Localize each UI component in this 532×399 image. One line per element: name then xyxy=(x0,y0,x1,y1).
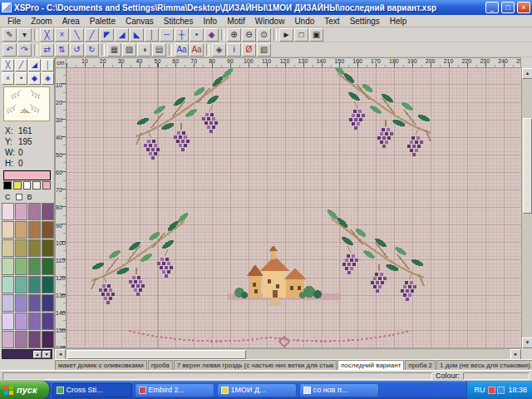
palette-scroll-down-button[interactable]: ▼ xyxy=(42,351,51,358)
quick-color-swatch[interactable] xyxy=(23,181,32,190)
pattern-tab[interactable]: проба 2 xyxy=(405,360,436,370)
quarter-stitch-br-tool[interactable]: ◢ xyxy=(115,28,129,42)
clock[interactable]: 18:38 xyxy=(508,386,527,394)
palette-color-swatch[interactable] xyxy=(15,258,27,275)
palette-color-swatch[interactable] xyxy=(28,276,41,293)
quick-color-swatch[interactable] xyxy=(13,181,22,190)
palette-color-swatch[interactable] xyxy=(15,313,27,330)
palette-view-tool[interactable]: ▤ xyxy=(152,43,166,57)
menu-info[interactable]: Info xyxy=(199,16,221,27)
full-stitch-tool[interactable]: ╳ xyxy=(40,28,54,42)
palette-color-swatch[interactable] xyxy=(15,294,27,312)
backstitch-vertical-tool[interactable]: │ xyxy=(145,28,159,42)
french-knot-side-tool[interactable]: • xyxy=(15,72,27,85)
palette-color-swatch[interactable] xyxy=(42,258,54,275)
scroll-down-button[interactable]: ▼ xyxy=(522,337,532,348)
cross-stitch-full-tool[interactable]: ╳ xyxy=(2,59,14,71)
special-stitch-tool[interactable]: ◈ xyxy=(42,72,54,85)
palette-color-swatch[interactable] xyxy=(2,294,14,312)
zoom-in-tool[interactable]: ⊕ xyxy=(227,28,241,42)
taskbar-task[interactable]: 1МОИ Д... xyxy=(217,383,297,397)
no-draw-tool[interactable]: Ø xyxy=(242,43,256,57)
taskbar-task[interactable]: Embird 2... xyxy=(135,383,214,397)
blend-checkbox[interactable] xyxy=(16,194,22,200)
menu-settings[interactable]: Settings xyxy=(346,16,384,27)
grid-toggle[interactable]: ▦ xyxy=(107,43,121,57)
palette-color-swatch[interactable] xyxy=(42,239,54,257)
motif-tool[interactable]: ◈ xyxy=(212,43,226,57)
quick-color-swatch[interactable] xyxy=(32,181,41,190)
language-indicator[interactable]: RU xyxy=(474,386,485,394)
menu-file[interactable]: File xyxy=(3,16,25,27)
palette-scroll-up-button[interactable]: ▲ xyxy=(33,351,42,358)
menu-palette[interactable]: Palette xyxy=(86,16,120,27)
current-color-swatch[interactable] xyxy=(3,170,51,180)
flip-vertical-tool[interactable]: ⇅ xyxy=(55,43,69,57)
backstitch-cross-tool[interactable]: ┼ xyxy=(175,28,189,42)
bead-side-tool[interactable]: ◆ xyxy=(28,72,41,85)
palette-color-swatch[interactable] xyxy=(42,331,54,348)
backstitch-horizontal-tool[interactable]: ─ xyxy=(160,28,174,42)
color-pick-tool[interactable]: ◑ xyxy=(137,43,151,57)
pattern-tab[interactable]: проба xyxy=(148,360,173,370)
palette-color-swatch[interactable] xyxy=(28,313,41,330)
palette-color-swatch[interactable] xyxy=(2,203,14,220)
quick-color-swatch[interactable] xyxy=(42,181,51,190)
french-knot-tool[interactable]: • xyxy=(190,28,204,42)
menu-stitches[interactable]: Stitches xyxy=(160,16,198,27)
horizontal-scrollbar[interactable]: ◄ ► xyxy=(55,348,521,359)
palette-color-swatch[interactable] xyxy=(2,313,14,330)
menu-canvas[interactable]: Canvas xyxy=(121,16,158,27)
palette-color-swatch[interactable] xyxy=(28,258,41,275)
palette-color-swatch[interactable] xyxy=(28,221,41,239)
pattern-tab[interactable]: последний вариант xyxy=(337,360,404,370)
start-button[interactable]: пуск xyxy=(0,381,49,399)
palette-color-swatch[interactable] xyxy=(2,258,14,275)
menu-undo[interactable]: Undo xyxy=(290,16,318,27)
bead-tool[interactable]: ◆ xyxy=(204,28,219,42)
palette-color-swatch[interactable] xyxy=(15,239,27,257)
menu-zoom[interactable]: Zoom xyxy=(27,16,57,27)
quarter-stitch-tl-tool[interactable]: ◤ xyxy=(100,28,114,42)
quick-color-swatch[interactable] xyxy=(3,181,12,190)
palette-color-swatch[interactable] xyxy=(28,239,41,257)
cross-stitch-half-tool[interactable]: ╱ xyxy=(15,59,27,71)
scroll-up-button[interactable]: ▲ xyxy=(522,68,532,79)
palette-color-swatch[interactable] xyxy=(42,294,54,312)
palette-color-swatch[interactable] xyxy=(2,221,14,239)
menu-motif[interactable]: Motif xyxy=(223,16,249,27)
pattern-tab[interactable]: 7 верхн левая гроздь (с частью них ветки… xyxy=(174,360,337,370)
rect-select-tool[interactable]: □ xyxy=(294,28,308,42)
design-canvas[interactable] xyxy=(66,68,521,348)
three-quarter-stitch-tool[interactable]: ◣ xyxy=(130,28,144,42)
rotate-right-tool[interactable]: ↻ xyxy=(85,43,99,57)
palette-color-swatch[interactable] xyxy=(15,331,27,348)
palette-color-swatch[interactable] xyxy=(28,331,41,348)
half-stitch-back-tool[interactable]: ╲ xyxy=(70,28,84,42)
undo-tool[interactable]: ↶ xyxy=(2,43,17,57)
taskbar-task[interactable]: со нов п... xyxy=(299,383,379,397)
vertical-scrollbar[interactable]: ▲ ▼ xyxy=(521,68,532,348)
pattern-tab[interactable]: макет домик с оливковками xyxy=(55,360,147,370)
pencil-mode-dropdown[interactable]: ▾ xyxy=(17,28,32,42)
palette-color-swatch[interactable] xyxy=(28,203,41,220)
palette-color-swatch[interactable] xyxy=(2,276,14,293)
palette-color-swatch[interactable] xyxy=(2,331,14,348)
palette-color-swatch[interactable] xyxy=(15,203,27,220)
maximize-button[interactable]: □ xyxy=(501,2,515,13)
palette-color-swatch[interactable] xyxy=(15,276,27,293)
cross-stitch-quarter-tool[interactable]: ◢ xyxy=(28,59,41,71)
palette-color-swatch[interactable] xyxy=(28,294,41,312)
rotate-left-tool[interactable]: ↺ xyxy=(70,43,84,57)
text-tool[interactable]: Aa xyxy=(175,43,189,57)
zoom-out-tool[interactable]: ⊖ xyxy=(242,28,256,42)
info-tool[interactable]: i xyxy=(227,43,241,57)
select-arrow-tool[interactable]: ► xyxy=(279,28,293,42)
palette-color-swatch[interactable] xyxy=(42,313,54,330)
menu-help[interactable]: Help xyxy=(386,16,411,27)
cross-stitch-petite-tool[interactable]: × xyxy=(2,72,14,85)
taskbar-task[interactable]: Cross Sti... xyxy=(52,383,132,397)
palette-color-swatch[interactable] xyxy=(15,221,27,239)
palette-color-swatch[interactable] xyxy=(42,203,54,220)
petite-stitch-tool[interactable]: × xyxy=(55,28,69,42)
